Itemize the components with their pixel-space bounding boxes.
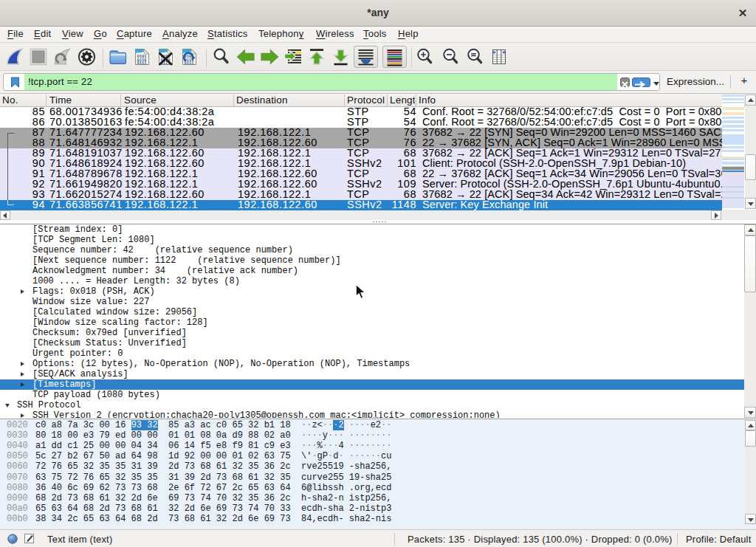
- svg-text:0111: 0111: [137, 61, 147, 66]
- svg-text:0111: 0111: [185, 61, 194, 66]
